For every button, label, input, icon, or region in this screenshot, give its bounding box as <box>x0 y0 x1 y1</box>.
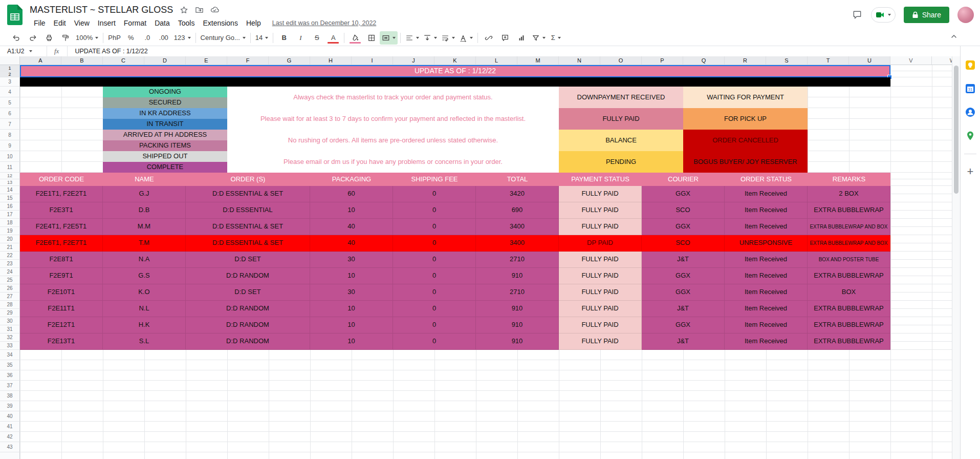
table-cell[interactable]: F2E12T1 <box>20 317 103 333</box>
row-header-29[interactable]: 29 <box>0 309 20 317</box>
column-header-D[interactable]: D <box>144 56 186 65</box>
menu-edit[interactable]: Edit <box>50 18 70 28</box>
table-cell[interactable]: FULLY PAID <box>559 268 642 284</box>
table-cell[interactable]: 0 <box>393 235 476 252</box>
row-header-34[interactable]: 34 <box>0 350 20 360</box>
payment-legend-cell[interactable]: DOWNPAYMENT RECEIVED <box>559 87 683 108</box>
row-header-9[interactable]: 9 <box>0 140 20 151</box>
text-rotation-button[interactable] <box>457 31 475 45</box>
row-header-2[interactable]: 2 <box>0 71 20 77</box>
zoom-select[interactable]: 100% <box>74 31 100 45</box>
undo-button[interactable] <box>8 31 25 45</box>
row-header-14[interactable]: 14 <box>0 186 20 194</box>
spreadsheet-grid[interactable]: 1234567891011121314151617181920212223242… <box>0 65 952 459</box>
row-header-7[interactable]: 7 <box>0 119 20 130</box>
table-cell[interactable]: D:D SET <box>186 252 310 268</box>
row-header-32[interactable]: 32 <box>0 333 20 342</box>
column-header-M[interactable]: M <box>517 56 559 65</box>
table-cell[interactable]: 3400 <box>476 235 559 252</box>
column-header-P[interactable]: P <box>642 56 683 65</box>
table-cell[interactable]: F2E6T1, F2E7T1 <box>20 235 103 252</box>
column-header-N[interactable]: N <box>559 56 600 65</box>
fill-color-button[interactable] <box>347 31 363 45</box>
name-box-caret[interactable] <box>29 50 32 52</box>
table-cell[interactable]: GGX <box>642 186 725 202</box>
table-cell[interactable]: T.M <box>103 235 186 252</box>
table-cell[interactable]: S.L <box>103 333 186 350</box>
menu-file[interactable]: File <box>30 18 50 28</box>
payment-legend-cell[interactable]: BALANCE <box>559 130 683 151</box>
payment-legend-cell[interactable]: WAITING FOR PAYMENT <box>683 87 808 108</box>
table-cell[interactable]: J&T <box>642 301 725 317</box>
vertical-align-button[interactable] <box>421 31 439 45</box>
table-cell[interactable]: FULLY PAID <box>559 333 642 350</box>
table-cell[interactable]: EXTRA BUBBLEWRAP <box>808 333 890 350</box>
table-cell[interactable]: GGX <box>642 268 725 284</box>
table-cell[interactable]: BOX <box>808 284 890 301</box>
note-cell[interactable]: No rushing of orders. All items are pre-… <box>227 130 559 151</box>
row-header-12[interactable]: 12 <box>0 173 20 179</box>
last-edit-link[interactable]: Last edit was on December 10, 2022 <box>272 19 377 27</box>
bold-button[interactable]: B <box>276 31 292 45</box>
column-header-S[interactable]: S <box>766 56 808 65</box>
add-addon-button[interactable]: + <box>967 166 974 177</box>
row-header-27[interactable]: 27 <box>0 293 20 301</box>
table-cell[interactable]: 0 <box>393 317 476 333</box>
row-header-38[interactable]: 38 <box>0 391 20 401</box>
table-cell[interactable]: 2 BOX <box>808 186 890 202</box>
row-header-20[interactable]: 20 <box>0 235 20 243</box>
horizontal-align-button[interactable] <box>403 31 421 45</box>
table-cell[interactable]: 60 <box>310 186 393 202</box>
doc-title[interactable]: MASTERLIST ~ STELLAR GLOSS <box>30 5 173 15</box>
row-header-37[interactable]: 37 <box>0 381 20 391</box>
percent-format-button[interactable]: % <box>123 31 139 45</box>
table-cell[interactable]: H.K <box>103 317 186 333</box>
table-cell[interactable]: J&T <box>642 252 725 268</box>
column-header-H[interactable]: H <box>310 56 352 65</box>
table-header-shipping-fee[interactable]: SHIPPING FEE <box>393 173 476 186</box>
contacts-icon[interactable] <box>965 107 976 118</box>
row-header-5[interactable]: 5 <box>0 97 20 108</box>
avatar[interactable] <box>957 7 974 23</box>
menu-view[interactable]: View <box>70 18 94 28</box>
table-cell[interactable]: EXTRA BUBBLEWRAP <box>808 301 890 317</box>
payment-legend-cell[interactable]: PENDING <box>559 151 683 173</box>
table-cell[interactable]: D:D RANDOM <box>186 333 310 350</box>
table-cell[interactable]: N.L <box>103 301 186 317</box>
table-cell[interactable]: F2E1T1, F2E2T1 <box>20 186 103 202</box>
table-cell[interactable]: 0 <box>393 284 476 301</box>
legend-status-cell[interactable]: IN TRANSIT <box>103 119 227 130</box>
table-cell[interactable]: 10 <box>310 268 393 284</box>
font-select[interactable]: Century Go... <box>199 31 248 45</box>
cloud-status-icon[interactable] <box>210 5 219 14</box>
row-header-13[interactable]: 13 <box>0 179 20 186</box>
table-cell[interactable]: 910 <box>476 268 559 284</box>
table-cell[interactable]: 0 <box>393 186 476 202</box>
legend-status-cell[interactable]: ARRIVED AT PH ADDRESS <box>103 130 227 140</box>
table-cell[interactable]: 0 <box>393 301 476 317</box>
legend-status-cell[interactable]: IN KR ADDRESS <box>103 108 227 119</box>
table-cell[interactable]: F2E13T1 <box>20 333 103 350</box>
text-wrap-button[interactable] <box>439 31 457 45</box>
table-cell[interactable]: EXTRA BUBBLEWRAP AND BOX <box>808 235 890 252</box>
row-header-22[interactable]: 22 <box>0 252 20 260</box>
legend-status-cell[interactable]: SHIPPED OUT <box>103 151 227 162</box>
menu-format[interactable]: Format <box>120 18 150 28</box>
collapse-toolbar-button[interactable] <box>950 33 957 42</box>
legend-status-cell[interactable]: PACKING ITEMS <box>103 140 227 151</box>
table-cell[interactable]: 40 <box>310 219 393 235</box>
column-header-E[interactable]: E <box>186 56 227 65</box>
table-cell[interactable]: G.J <box>103 186 186 202</box>
table-cell[interactable]: EXTRA BUBBLEWRAP <box>808 317 890 333</box>
row-header-35[interactable]: 35 <box>0 360 20 370</box>
name-box[interactable]: A1:U2 <box>0 46 47 56</box>
font-size-select[interactable]: 14 <box>253 31 270 45</box>
table-cell[interactable]: D:D RANDOM <box>186 317 310 333</box>
text-color-button[interactable]: A <box>325 31 341 45</box>
table-header-packaging[interactable]: PACKAGING <box>310 173 393 186</box>
table-cell[interactable]: D:D RANDOM <box>186 268 310 284</box>
table-cell[interactable]: F2E3T1 <box>20 202 103 219</box>
column-header-G[interactable]: G <box>269 56 310 65</box>
decrease-decimal-button[interactable]: .0 <box>139 31 156 45</box>
payment-legend-cell[interactable]: FULLY PAID <box>559 108 683 130</box>
